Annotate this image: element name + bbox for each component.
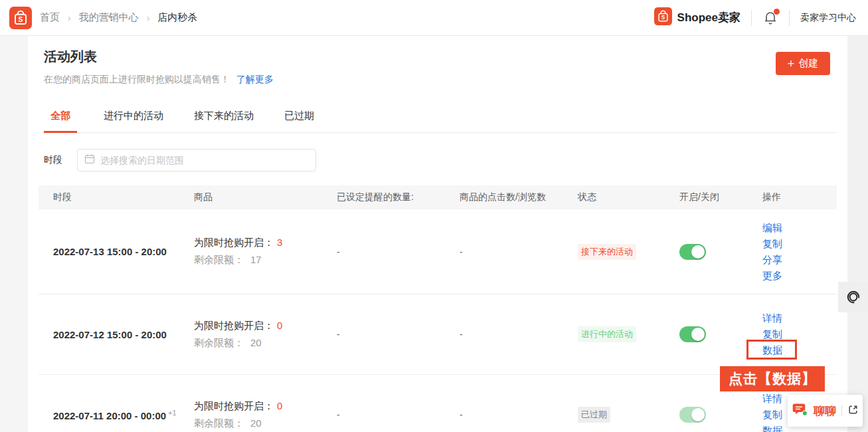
remaining-quota-value: 17 (250, 254, 262, 265)
top-bar-right: S Shopee卖家 卖家学习中心 (654, 7, 856, 28)
column-header-actions: 操作 (726, 191, 837, 203)
activity-toggle[interactable] (679, 407, 706, 423)
table-header: 时段 商品 已设定提醒的数量: 商品的点击数/浏览数 状态 开启/关闭 操作 (39, 185, 837, 209)
top-bar: S 首页 › 我的营销中心 › 店内秒杀 S Shopee卖家 (0, 0, 868, 36)
table-row: 2022-07-11 20:00 - 00:00+1 为限时抢购开启：0 剩余限… (39, 375, 837, 432)
chat-label: 聊聊 (814, 403, 836, 419)
tab-bar: 全部 进行中的活动 接下来的活动 已过期 (44, 110, 837, 133)
period-value: 2022-07-11 20:00 - 00:00 (53, 409, 166, 421)
remaining-quota-label: 剩余限额： (194, 417, 244, 429)
page: S 首页 › 我的营销中心 › 店内秒杀 S Shopee卖家 (0, 0, 868, 432)
create-button-label: 创建 (798, 57, 818, 70)
seller-brand[interactable]: S Shopee卖家 (654, 7, 740, 28)
action-more[interactable]: 更多 (762, 268, 837, 284)
toggle-knob (691, 408, 705, 421)
help-headset-button[interactable] (838, 282, 868, 312)
expand-chat-icon[interactable] (847, 404, 859, 418)
clicks-views: - (450, 409, 550, 420)
flash-sale-label: 为限时抢购开启： (194, 320, 274, 331)
status-badge: 已过期 (578, 407, 610, 423)
page-title: 活动列表 (44, 48, 837, 66)
chat-bubble-icon (792, 402, 808, 420)
tab-all[interactable]: 全部 (44, 110, 77, 133)
tab-upcoming[interactable]: 接下来的活动 (190, 110, 258, 132)
divider (789, 10, 790, 26)
chat-widget[interactable]: 聊聊 (788, 395, 863, 427)
action-copy[interactable]: 复制 (762, 236, 837, 252)
action-details[interactable]: 详情 (762, 310, 837, 326)
tab-ongoing[interactable]: 进行中的活动 (100, 110, 167, 132)
status-badge: 进行中的活动 (578, 326, 636, 342)
page-subtitle: 在您的商店页面上进行限时抢购以提高销售！ (44, 74, 230, 86)
plus-icon: + (788, 58, 795, 70)
column-header-period: 时段 (39, 191, 185, 203)
action-copy[interactable]: 复制 (762, 326, 837, 342)
svg-text:S: S (19, 16, 23, 23)
column-header-reminders: 已设定提醒的数量: (327, 191, 450, 203)
breadcrumb-separator: › (147, 13, 150, 23)
flash-sale-count: 3 (277, 237, 282, 248)
remaining-quota-label: 剩余限额： (194, 337, 244, 348)
row-actions: 详情 复制 数据 (726, 310, 837, 358)
period-value: 2022-07-12 15:00 - 20:00 (53, 329, 167, 340)
row-actions: 编辑 复制 分享 更多 (726, 220, 837, 284)
activity-toggle[interactable] (679, 244, 706, 260)
seller-learning-center-link[interactable]: 卖家学习中心 (800, 12, 856, 24)
breadcrumb: S 首页 › 我的营销中心 › 店内秒杀 (9, 7, 197, 29)
tab-expired[interactable]: 已过期 (280, 110, 318, 132)
right-gutter (847, 36, 868, 432)
column-header-toggle: 开启/关闭 (646, 191, 726, 203)
period-value: 2022-07-13 15:00 - 20:00 (53, 246, 167, 257)
toggle-knob (691, 245, 705, 259)
create-button[interactable]: + 创建 (776, 52, 830, 75)
learn-more-link[interactable]: 了解更多 (236, 74, 274, 86)
date-range-input[interactable] (100, 155, 309, 165)
breadcrumb-current-page: 店内秒杀 (157, 11, 197, 24)
date-range-picker[interactable] (77, 149, 316, 171)
clicks-views: - (450, 247, 550, 257)
activity-table: 时段 商品 已设定提醒的数量: 商品的点击数/浏览数 状态 开启/关闭 操作 2… (39, 185, 837, 432)
notification-bell-icon[interactable] (762, 9, 778, 27)
date-filter-row: 时段 (44, 149, 837, 171)
divider (751, 10, 752, 26)
flash-sale-label: 为限时抢购开启： (194, 400, 274, 411)
period-next-day-suffix: +1 (168, 409, 177, 417)
calendar-icon (84, 154, 95, 167)
breadcrumb-separator: › (68, 13, 71, 23)
action-share[interactable]: 分享 (762, 252, 837, 268)
clicks-views: - (450, 329, 550, 340)
shopee-logo-icon[interactable]: S (9, 7, 32, 29)
action-edit[interactable]: 编辑 (762, 220, 837, 236)
flash-sale-count: 0 (277, 320, 282, 331)
svg-text:S: S (661, 15, 665, 21)
date-filter-label: 时段 (44, 154, 62, 166)
column-header-product: 商品 (185, 191, 327, 203)
flash-sale-count: 0 (277, 400, 282, 411)
flash-sale-label: 为限时抢购开启： (194, 237, 274, 248)
remaining-quota-value: 20 (250, 417, 262, 429)
reminder-count: - (327, 329, 450, 340)
column-header-clicks-views: 商品的点击数/浏览数 (450, 191, 550, 203)
remaining-quota-label: 剩余限额： (194, 254, 244, 265)
reminder-count: - (327, 247, 450, 257)
action-data[interactable]: 数据 (762, 344, 782, 356)
column-header-status: 状态 (550, 191, 646, 203)
notification-badge-dot (774, 9, 780, 15)
reminder-count: - (327, 409, 450, 420)
shopee-mini-logo-icon: S (654, 7, 672, 28)
remaining-quota-value: 20 (250, 337, 262, 348)
breadcrumb-marketing-center[interactable]: 我的营销中心 (79, 11, 139, 24)
divider (841, 405, 842, 416)
toggle-knob (691, 328, 705, 341)
seller-brand-label: Shopee卖家 (677, 10, 740, 25)
table-row: 2022-07-12 15:00 - 20:00 为限时抢购开启：0 剩余限额：… (39, 294, 837, 375)
table-row: 2022-07-13 15:00 - 20:00 为限时抢购开启：3 剩余限额：… (39, 209, 837, 294)
tutorial-callout: 点击【数据】 (720, 366, 825, 391)
activity-toggle[interactable] (679, 326, 706, 342)
breadcrumb-home[interactable]: 首页 (40, 11, 60, 24)
status-badge: 接下来的活动 (578, 244, 636, 260)
